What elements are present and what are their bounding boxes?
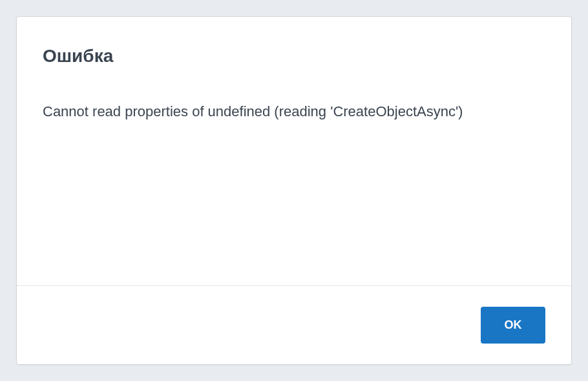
dialog-footer: OK xyxy=(17,285,571,364)
dialog-message: Cannot read properties of undefined (rea… xyxy=(43,102,545,122)
error-dialog: Ошибка Cannot read properties of undefin… xyxy=(16,16,572,365)
dialog-body: Ошибка Cannot read properties of undefin… xyxy=(17,17,571,285)
dialog-title: Ошибка xyxy=(43,46,545,67)
ok-button[interactable]: OK xyxy=(481,307,545,344)
